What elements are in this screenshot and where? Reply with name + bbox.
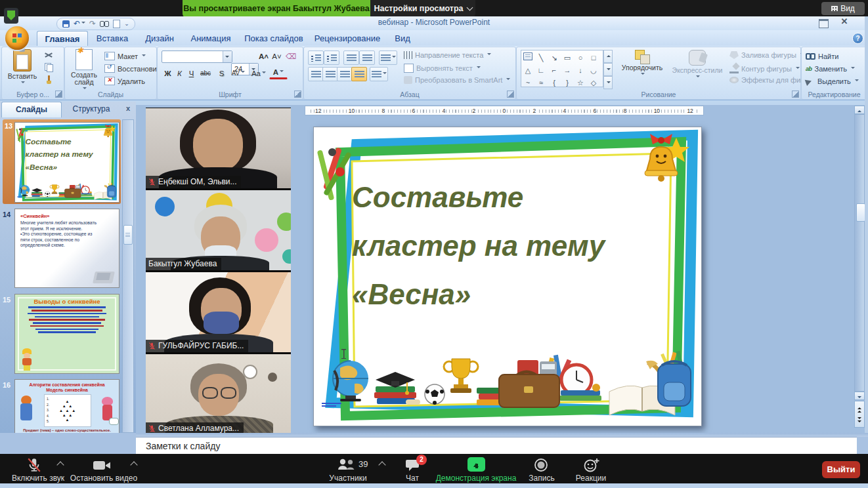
share-screen-button[interactable]: [467, 457, 485, 472]
slide-editing-canvas[interactable]: Составьте кластер на тему «Весна»: [313, 127, 702, 426]
align-text-button[interactable]: Выровнять текст: [404, 64, 481, 73]
text-shadow-button[interactable]: S: [215, 67, 228, 80]
font-name-combobox[interactable]: [162, 51, 232, 63]
dialog-launcher-icon[interactable]: [294, 91, 301, 98]
unmute-button[interactable]: [26, 457, 42, 476]
columns-button[interactable]: [370, 67, 388, 81]
shapes-scroll-down-icon[interactable]: [603, 63, 613, 76]
quick-styles-button[interactable]: Экспресс-стили: [669, 50, 726, 79]
slide-thumbnail-13[interactable]: Составьте кластер на тему «Весна»: [14, 122, 119, 203]
video-participant-1[interactable]: Еңбекші ОМ, Эльви...: [146, 108, 291, 188]
smartart-button[interactable]: Преобразовать в SmartArt: [404, 76, 510, 84]
decrease-indent-button[interactable]: [343, 51, 359, 65]
tab-home[interactable]: Главная: [37, 31, 88, 47]
zoom-view-button[interactable]: Вид: [821, 2, 865, 15]
clear-formatting-button[interactable]: ⌫: [285, 50, 297, 63]
redo-icon[interactable]: ↷: [89, 19, 96, 29]
left-brace-shape-icon[interactable]: {: [548, 77, 561, 88]
delete-button[interactable]: Удалить: [104, 77, 145, 85]
star-shape-icon[interactable]: ☆: [574, 77, 587, 89]
justify-button[interactable]: [351, 67, 367, 81]
scroll-down-icon[interactable]: [854, 392, 865, 400]
find-button[interactable]: Найти: [806, 52, 838, 60]
next-slide-icon[interactable]: [857, 418, 862, 424]
save-icon[interactable]: [62, 20, 70, 28]
video-options-chevron-icon[interactable]: [130, 461, 137, 468]
angle-shape-icon[interactable]: ∟: [534, 64, 548, 75]
grow-font-button[interactable]: A˄: [257, 50, 270, 63]
numbering-button[interactable]: [324, 51, 339, 65]
square-shape-icon[interactable]: □: [587, 52, 600, 63]
slide-thumbnail-16[interactable]: Алгоритм составления синквейна Модель си…: [14, 379, 119, 433]
paste-button[interactable]: Вставить: [5, 49, 40, 85]
office-button[interactable]: [5, 26, 29, 50]
shapes-gallery-scroll[interactable]: [603, 50, 613, 89]
tab-review[interactable]: Рецензирование: [310, 31, 385, 46]
shapes-gallery[interactable]: ╲↘▭○□△∟⌐→↓◡~≈{}☆◇: [521, 50, 603, 87]
arc-shape-icon[interactable]: ◡: [587, 65, 600, 76]
triangle-shape-icon[interactable]: △: [521, 65, 534, 76]
right-brace-shape-icon[interactable]: }: [561, 77, 574, 88]
participants-button[interactable]: [336, 458, 356, 474]
scribble-shape-icon[interactable]: ~: [521, 77, 534, 88]
slide-thumbnail-13-selection[interactable]: 13: [3, 119, 121, 204]
participants-chevron-icon[interactable]: [378, 461, 385, 468]
bullets-button[interactable]: [308, 51, 324, 65]
slide-thumbnail-14[interactable]: «Синквейн» Многие учителя любят использо…: [14, 209, 119, 288]
leave-button[interactable]: Выйти: [822, 461, 860, 478]
reset-button[interactable]: Восстановить: [104, 64, 163, 73]
qat-more-icon[interactable]: ⌄: [124, 19, 129, 29]
dialog-launcher-icon[interactable]: [55, 91, 62, 98]
arrow-shape-icon[interactable]: ↘: [548, 52, 561, 64]
line-shape-icon[interactable]: ╲: [534, 52, 548, 64]
align-right-button[interactable]: [337, 67, 353, 81]
scroll-up-icon[interactable]: [854, 106, 865, 114]
audio-options-chevron-icon[interactable]: [56, 461, 64, 468]
slide-thumbnail-15[interactable]: Выводы о синквейне: [14, 294, 119, 374]
notes-pane[interactable]: Заметки к слайду: [136, 437, 857, 454]
vertical-scrollbar[interactable]: [854, 106, 865, 428]
align-left-button[interactable]: [308, 67, 324, 81]
replace-button[interactable]: abЗаменить: [806, 65, 855, 73]
find-icon[interactable]: [100, 21, 109, 27]
video-participant-3[interactable]: ГУЛЬФАЙРУС ГАБИБ...: [146, 272, 291, 352]
text-direction-button[interactable]: Направление текста: [404, 51, 491, 59]
shapes-scroll-up-icon[interactable]: [603, 50, 613, 63]
wave-shape-icon[interactable]: ≈: [534, 77, 548, 88]
previous-slide-icon[interactable]: [857, 407, 862, 412]
increase-indent-button[interactable]: [359, 51, 375, 65]
tab-insert[interactable]: Вставка: [89, 31, 135, 46]
view-settings-dropdown[interactable]: Настройки просмотра: [370, 0, 475, 18]
help-icon[interactable]: ?: [852, 33, 863, 44]
restore-window-icon[interactable]: [819, 19, 829, 28]
panel-scrollbar[interactable]: [122, 119, 134, 433]
scrollbar-thumb[interactable]: [856, 203, 865, 222]
bold-button[interactable]: Ж: [162, 67, 174, 80]
tab-view[interactable]: Вид: [387, 31, 418, 46]
tab-slideshow[interactable]: Показ слайдов: [240, 31, 307, 46]
tab-design[interactable]: Дизайн: [138, 31, 181, 46]
undo-icon[interactable]: ↶: [74, 19, 85, 29]
right-arrow-shape-icon[interactable]: →: [561, 64, 574, 75]
video-participant-4[interactable]: Светлана Алламура...: [146, 354, 291, 435]
close-panel-icon[interactable]: x: [123, 104, 133, 113]
rectangle-shape-icon[interactable]: ▭: [561, 52, 574, 64]
dialog-launcher-icon[interactable]: [507, 91, 514, 98]
record-button[interactable]: [533, 457, 549, 476]
character-spacing-button[interactable]: AV: [228, 67, 248, 80]
diamond-shape-icon[interactable]: ◇: [587, 77, 600, 89]
scrollbar-track[interactable]: [854, 114, 865, 392]
shape-fill-button[interactable]: Заливка фигуры: [729, 51, 804, 59]
font-color-button[interactable]: А: [269, 67, 288, 79]
down-arrow-shape-icon[interactable]: ↓: [574, 64, 587, 75]
ellipse-shape-icon[interactable]: ○: [574, 52, 587, 63]
preview-icon[interactable]: [113, 20, 120, 28]
select-button[interactable]: Выделить: [806, 77, 859, 85]
underline-button[interactable]: Ч: [185, 67, 198, 80]
tab-animations[interactable]: Анимация: [184, 31, 238, 46]
layout-button[interactable]: Макет: [104, 52, 146, 60]
new-slide-button[interactable]: Создать слайд: [67, 49, 101, 91]
shape-outline-button[interactable]: Контур фигуры: [729, 64, 800, 73]
close-window-icon[interactable]: ✕: [838, 16, 850, 27]
reactions-button[interactable]: [583, 457, 600, 476]
